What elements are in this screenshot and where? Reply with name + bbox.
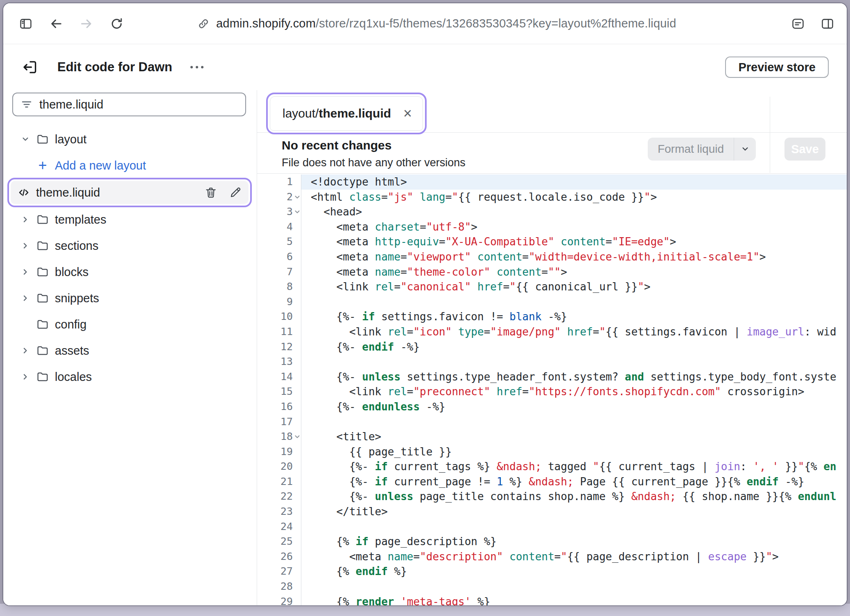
fold-chevron-icon[interactable] bbox=[293, 433, 301, 441]
more-actions-button[interactable] bbox=[190, 59, 203, 75]
sidebar-item-locales[interactable]: locales bbox=[12, 364, 246, 390]
code-line[interactable]: 17 bbox=[257, 414, 847, 430]
sidebar-item-snippets[interactable]: snippets bbox=[12, 285, 246, 311]
forward-button[interactable] bbox=[79, 17, 93, 31]
code-line-text: {%- endif -%} bbox=[301, 340, 847, 355]
code-lines: 1<!doctype html>2<html class="js" lang="… bbox=[257, 174, 847, 605]
folder-label: templates bbox=[55, 213, 106, 226]
preview-store-button[interactable]: Preview store bbox=[725, 57, 829, 78]
tab-label: layout/theme.liquid bbox=[283, 106, 391, 120]
code-line[interactable]: 10 {%- if settings.favicon != blank -%} bbox=[257, 309, 847, 324]
sidebar-item-templates[interactable]: templates bbox=[12, 206, 246, 233]
chevron-down-icon[interactable] bbox=[734, 138, 756, 161]
browser-action-buttons bbox=[791, 3, 834, 44]
chevron-right-icon bbox=[20, 241, 36, 251]
code-line[interactable]: 20 {%- if current_tags %} &ndash; tagged… bbox=[257, 459, 847, 474]
line-number: 3 bbox=[257, 204, 301, 220]
code-line[interactable]: 18 <title> bbox=[257, 429, 847, 444]
format-liquid-button[interactable]: Format liquid bbox=[648, 138, 756, 161]
code-line-text: <meta name="description" content="{{ pag… bbox=[301, 549, 847, 564]
tab-path-prefix: layout/ bbox=[283, 106, 319, 120]
code-line-text: {%- unless settings.type_header_font.sys… bbox=[301, 369, 847, 385]
toggle-sidebar-button[interactable] bbox=[19, 17, 33, 31]
code-line[interactable]: 28 bbox=[257, 579, 847, 594]
code-line[interactable]: 27 {% endif %} bbox=[257, 564, 847, 579]
folder-label: config bbox=[55, 318, 86, 331]
sidebar-item-assets[interactable]: assets bbox=[12, 337, 246, 364]
search-input[interactable] bbox=[39, 98, 238, 111]
code-line-text: {%- endunless -%} bbox=[301, 399, 847, 414]
page-settings-icon[interactable] bbox=[791, 17, 805, 31]
line-number: 26 bbox=[257, 549, 301, 564]
code-line[interactable]: 11 <link rel="icon" type="image/png" hre… bbox=[257, 324, 847, 340]
browser-toolbar: admin.shopify.com/store/rzq1xu-f5/themes… bbox=[3, 3, 847, 44]
fold-chevron-icon[interactable] bbox=[293, 208, 301, 216]
browser-nav-buttons bbox=[19, 17, 124, 31]
tab-file-name: theme.liquid bbox=[319, 106, 391, 120]
file-name: theme.liquid bbox=[36, 186, 100, 199]
line-number: 20 bbox=[257, 459, 301, 474]
reload-button[interactable] bbox=[110, 17, 124, 31]
code-line-text: <meta name="viewport" content="width=dev… bbox=[301, 249, 847, 265]
line-number: 1 bbox=[257, 174, 301, 190]
code-line[interactable]: 23 </title> bbox=[257, 504, 847, 519]
folder-icon bbox=[36, 370, 49, 383]
back-button[interactable] bbox=[49, 17, 63, 31]
app-header: Edit code for Dawn Preview store bbox=[3, 44, 847, 90]
close-tab-icon[interactable]: × bbox=[403, 106, 412, 121]
tab-theme-liquid[interactable]: layout/theme.liquid × bbox=[270, 96, 423, 131]
sidebar-item-config[interactable]: config bbox=[12, 311, 246, 337]
ellipsis-icon bbox=[190, 66, 193, 68]
code-line[interactable]: 22 {%- unless page_title contains shop.n… bbox=[257, 489, 847, 504]
code-line-text: <meta http-equiv="X-UA-Compatible" conte… bbox=[301, 234, 847, 249]
code-line[interactable]: 12 {%- endif -%} bbox=[257, 340, 847, 355]
code-line[interactable]: 7 <meta name="theme-color" content=""> bbox=[257, 265, 847, 280]
code-line[interactable]: 6 <meta name="viewport" content="width=d… bbox=[257, 249, 847, 265]
code-line[interactable]: 3 <head> bbox=[257, 204, 847, 220]
code-line[interactable]: 26 <meta name="description" content="{{ … bbox=[257, 549, 847, 564]
code-editor[interactable]: 1<!doctype html>2<html class="js" lang="… bbox=[257, 174, 847, 605]
chevron-right-icon bbox=[20, 346, 36, 356]
code-line[interactable]: 14 {%- unless settings.type_header_font.… bbox=[257, 369, 847, 385]
code-line[interactable]: 15 <link rel="preconnect" href="https://… bbox=[257, 384, 847, 399]
folder-label: snippets bbox=[55, 292, 99, 305]
sidebar-item-blocks[interactable]: blocks bbox=[12, 259, 246, 285]
sidebar-item-layout[interactable]: layout bbox=[12, 126, 246, 152]
code-line[interactable]: 16 {%- endunless -%} bbox=[257, 399, 847, 414]
folder-label: locales bbox=[55, 370, 92, 384]
code-line[interactable]: 13 bbox=[257, 354, 847, 369]
line-number: 19 bbox=[257, 444, 301, 460]
format-liquid-label[interactable]: Format liquid bbox=[648, 138, 734, 161]
code-line[interactable]: 25 {% if page_description %} bbox=[257, 534, 847, 549]
code-line-text: <link rel="canonical" href="{{ canonical… bbox=[301, 279, 847, 294]
code-line[interactable]: 1<!doctype html> bbox=[257, 174, 847, 190]
code-line[interactable]: 2<html class="js" lang="{{ request.local… bbox=[257, 190, 847, 205]
fold-chevron-icon[interactable] bbox=[293, 193, 301, 201]
code-line[interactable]: 9 bbox=[257, 294, 847, 310]
folder-icon bbox=[36, 133, 49, 146]
sidebar-item-theme-liquid[interactable]: theme.liquid bbox=[11, 181, 249, 204]
code-line[interactable]: 4 <meta charset="utf-8"> bbox=[257, 220, 847, 235]
line-number: 4 bbox=[257, 220, 301, 235]
delete-file-button[interactable] bbox=[204, 186, 217, 199]
folder-icon bbox=[36, 292, 49, 305]
code-line[interactable]: 5 <meta http-equiv="X-UA-Compatible" con… bbox=[257, 234, 847, 249]
code-line[interactable]: 8 <link rel="canonical" href="{{ canonic… bbox=[257, 279, 847, 294]
code-line[interactable]: 24 bbox=[257, 519, 847, 534]
address-bar[interactable]: admin.shopify.com/store/rzq1xu-f5/themes… bbox=[197, 3, 676, 44]
line-number: 5 bbox=[257, 234, 301, 249]
code-line[interactable]: 21 {%- if current_page != 1 %} &ndash; P… bbox=[257, 474, 847, 489]
sidebar-action-add-a-new-layout[interactable]: +Add a new layout bbox=[12, 152, 246, 179]
save-button[interactable]: Save bbox=[784, 138, 825, 161]
split-view-icon[interactable] bbox=[821, 17, 834, 31]
exit-editor-button[interactable] bbox=[21, 59, 38, 76]
code-line[interactable]: 29 {% render 'meta-tags' %} bbox=[257, 594, 847, 605]
url-domain: admin.shopify.com bbox=[216, 17, 316, 30]
sidebar-item-sections[interactable]: sections bbox=[12, 233, 246, 259]
url-text: admin.shopify.com/store/rzq1xu-f5/themes… bbox=[216, 17, 676, 30]
annotation-ring-tab: layout/theme.liquid × bbox=[266, 93, 427, 134]
chevron-right-icon bbox=[20, 215, 36, 224]
rename-file-button[interactable] bbox=[229, 186, 242, 199]
code-line[interactable]: 19 {{ page_title }} bbox=[257, 444, 847, 460]
file-search bbox=[12, 93, 246, 116]
